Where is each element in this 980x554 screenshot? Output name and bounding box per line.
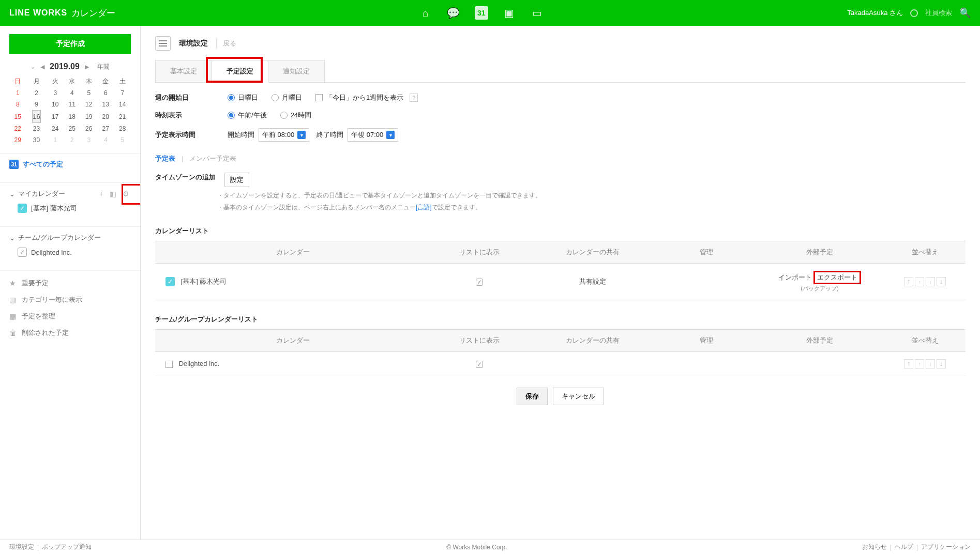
radio-sunday[interactable]: 日曜日	[228, 93, 258, 102]
date-cell[interactable]: 1	[47, 134, 64, 146]
sidebar-link[interactable]: ▦カテゴリー毎に表示	[9, 291, 131, 308]
year-down-icon[interactable]: ⌄	[31, 64, 35, 70]
back-link[interactable]: 戻る	[216, 39, 236, 48]
footer-settings[interactable]: 環境設定	[9, 543, 34, 551]
my-calendar-header[interactable]: ⌄ マイカレンダー + ◧ ⚙	[9, 189, 131, 198]
end-time-select[interactable]: 午後 07:00▾	[348, 128, 398, 142]
date-cell[interactable]: 4	[64, 87, 80, 99]
user-name[interactable]: TakadaAsuka さん	[847, 8, 903, 18]
date-cell[interactable]: 19	[81, 110, 97, 123]
my-calendar-item[interactable]: ✓ [基本] 藤木光司	[9, 198, 131, 213]
radio-monday[interactable]: 月曜日	[272, 93, 302, 102]
date-cell[interactable]: 13	[97, 99, 114, 110]
calendar-icon[interactable]: 31	[475, 6, 488, 20]
radio-24h[interactable]: 24時間	[280, 111, 311, 120]
date-cell[interactable]: 23	[26, 123, 47, 134]
footer-app[interactable]: アプリケーション	[921, 543, 971, 551]
menu-icon[interactable]	[155, 36, 171, 51]
team-calendar-header[interactable]: ⌄ チーム/グループカレンダー	[9, 233, 131, 242]
checkbox-icon[interactable]: ✓	[165, 277, 175, 286]
footer-popup[interactable]: ポップアップ通知	[42, 543, 92, 551]
date-cell[interactable]: 1	[9, 87, 26, 99]
date-cell[interactable]: 2	[64, 134, 80, 146]
drive-icon[interactable]: ▭	[531, 6, 544, 20]
reorder-buttons[interactable]: ⤒↑↓⤓	[888, 359, 961, 368]
tab-notify[interactable]: 通知設定	[268, 60, 325, 82]
radio-ampm[interactable]: 午前/午後	[228, 111, 267, 120]
sidebar-link[interactable]: ★重要予定	[9, 275, 131, 291]
footer-copyright: © Works Mobile Corp.	[92, 544, 862, 551]
nav-icons: ⌂ 💬 31 ▣ ▭	[419, 6, 544, 20]
footer-news[interactable]: お知らせ	[862, 543, 887, 551]
year-month: 2019.09	[50, 62, 80, 71]
tz-settings-button[interactable]: 設定	[224, 173, 249, 187]
date-cell[interactable]: 16	[32, 110, 40, 123]
bell-icon[interactable]: ◧	[108, 190, 118, 198]
settings-tabs: 基本設定 予定設定 通知設定	[155, 60, 966, 83]
date-cell[interactable]: 26	[81, 123, 97, 134]
all-events-link[interactable]: 31 すべての予定	[9, 160, 131, 169]
date-cell[interactable]: 6	[97, 87, 114, 99]
date-cell[interactable]: 5	[114, 134, 131, 146]
date-cell[interactable]: 24	[47, 123, 64, 134]
date-cell[interactable]: 8	[9, 99, 26, 110]
show-in-list-check[interactable]: ✓	[476, 279, 483, 286]
date-cell[interactable]: 12	[81, 99, 97, 110]
date-cell[interactable]: 14	[114, 99, 131, 110]
employee-search-link[interactable]: 社員検索	[925, 8, 952, 18]
tab-basic[interactable]: 基本設定	[155, 60, 212, 82]
home-icon[interactable]: ⌂	[419, 6, 432, 20]
sidebar-link[interactable]: 🗑削除された予定	[9, 325, 131, 341]
date-cell[interactable]: 9	[26, 99, 47, 110]
subtab-schedule[interactable]: 予定表	[155, 155, 175, 162]
import-link[interactable]: インポート	[778, 273, 812, 281]
calendar-list-table: カレンダーリストに表示カレンダーの共有管理外部予定並べ替え ✓ [基本] 藤木光…	[155, 241, 966, 300]
language-link[interactable]: [言語]	[416, 204, 432, 211]
date-cell[interactable]: 22	[9, 123, 26, 134]
date-cell[interactable]: 2	[26, 87, 47, 99]
share-settings-link[interactable]: 共有設定	[579, 278, 606, 285]
start-time-select[interactable]: 午前 08:00▾	[259, 128, 309, 142]
add-icon[interactable]: +	[98, 190, 105, 198]
date-cell[interactable]: 29	[9, 134, 26, 146]
help-icon[interactable]: ?	[410, 94, 418, 102]
chat-icon[interactable]: 💬	[447, 6, 460, 20]
team-calendar-item[interactable]: ✓ Delighted inc.	[9, 242, 131, 257]
date-cell[interactable]: 20	[97, 110, 114, 123]
export-link[interactable]: エクスポート	[817, 273, 857, 281]
show-in-list-check[interactable]: ✓	[476, 361, 483, 368]
date-cell[interactable]: 28	[114, 123, 131, 134]
date-cell[interactable]: 21	[114, 110, 131, 123]
date-cell[interactable]: 18	[64, 110, 80, 123]
date-cell[interactable]: 30	[26, 134, 47, 146]
date-cell[interactable]: 4	[97, 134, 114, 146]
date-cell[interactable]: 5	[81, 87, 97, 99]
subtab-member[interactable]: メンバー予定表	[189, 155, 236, 162]
prev-month-icon[interactable]: ◀	[40, 64, 44, 70]
reorder-buttons[interactable]: ⤒↑↓⤓	[888, 277, 961, 286]
create-event-button[interactable]: 予定作成	[9, 34, 131, 54]
next-month-icon[interactable]: ▶	[85, 64, 89, 70]
search-icon[interactable]: 🔍	[959, 7, 971, 19]
power-icon[interactable]	[910, 9, 918, 17]
date-cell[interactable]: 7	[114, 87, 131, 99]
date-cell[interactable]: 17	[47, 110, 64, 123]
date-cell[interactable]: 3	[47, 87, 64, 99]
checkbox-icon[interactable]: ✓	[18, 248, 27, 257]
contacts-icon[interactable]: ▣	[503, 6, 516, 20]
save-button[interactable]: 保存	[517, 388, 548, 405]
tab-schedule[interactable]: 予定設定	[212, 60, 268, 83]
check-today-week[interactable]: 「今日」から1週間を表示?	[315, 93, 418, 102]
sidebar-link[interactable]: ▤予定を整理	[9, 308, 131, 325]
date-cell[interactable]: 15	[9, 110, 26, 123]
year-view-link[interactable]: 年間	[97, 63, 110, 71]
date-cell[interactable]: 27	[97, 123, 114, 134]
checkbox-icon[interactable]	[165, 361, 173, 368]
cancel-button[interactable]: キャンセル	[553, 388, 604, 405]
footer-help[interactable]: ヘルプ	[895, 543, 913, 551]
checkbox-icon[interactable]: ✓	[18, 204, 27, 213]
date-cell[interactable]: 3	[81, 134, 97, 146]
date-cell[interactable]: 10	[47, 99, 64, 110]
date-cell[interactable]: 11	[64, 99, 80, 110]
date-cell[interactable]: 25	[64, 123, 80, 134]
